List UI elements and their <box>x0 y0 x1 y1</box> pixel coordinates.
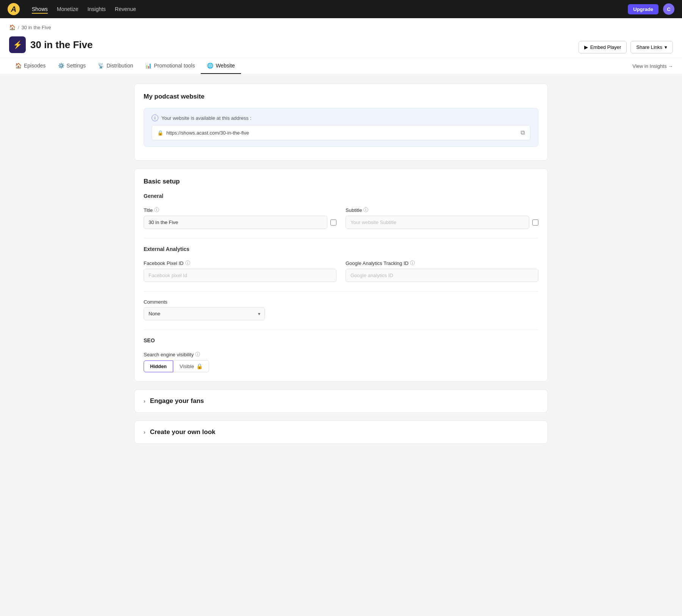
nav-shows[interactable]: Shows <box>32 5 48 14</box>
chevron-right-icon: › <box>144 398 145 404</box>
divider-2 <box>144 291 538 292</box>
podcast-website-card: My podcast website i Your website is ava… <box>134 83 548 161</box>
promotional-icon: 📊 <box>145 63 152 69</box>
seo-label: SEO <box>144 337 538 343</box>
header-actions: ▶ Embed Player Share Links ▾ <box>579 41 673 53</box>
general-section-label: General <box>144 193 538 199</box>
breadcrumb-separator: / <box>18 25 19 30</box>
subtitle-input-row <box>346 216 538 229</box>
nav-monetize[interactable]: Monetize <box>57 5 78 14</box>
search-visibility-help-icon[interactable]: ⓘ <box>195 351 200 358</box>
seo-toggle-row: Hidden Visible 🔒 <box>144 360 538 372</box>
page-header: ⚡ 30 in the Five ▶ Embed Player Share Li… <box>0 33 682 58</box>
tab-episodes[interactable]: 🏠 Episodes <box>9 58 52 74</box>
nav-links: Shows Monetize Insights Revenue <box>32 5 616 14</box>
podcast-website-title: My podcast website <box>144 93 538 100</box>
facebook-pixel-group: Facebook Pixel ID ⓘ <box>144 260 336 282</box>
embed-player-button[interactable]: ▶ Embed Player <box>579 41 627 53</box>
external-analytics-label: External Analytics <box>144 246 538 252</box>
info-icon: i <box>152 114 158 121</box>
visible-toggle-button[interactable]: Visible 🔒 <box>173 360 209 372</box>
nav-insights[interactable]: Insights <box>88 5 106 14</box>
tab-settings[interactable]: ⚙️ Settings <box>52 58 92 74</box>
website-url: https://shows.acast.com/30-in-the-five <box>166 130 249 136</box>
settings-icon: ⚙️ <box>58 63 64 69</box>
subtitle-group: Subtitle ⓘ <box>346 207 538 229</box>
create-look-title: Create your own look <box>150 428 216 436</box>
podcast-website-card-inner: My podcast website i Your website is ava… <box>135 84 547 160</box>
facebook-pixel-input[interactable] <box>144 269 336 282</box>
create-look-card: › Create your own look <box>134 420 548 444</box>
share-links-button[interactable]: Share Links ▾ <box>630 41 673 53</box>
basic-setup-card-inner: Basic setup General Title ⓘ <box>135 169 547 381</box>
search-visibility-label: Search engine visibility ⓘ <box>144 351 538 358</box>
lock-badge: 🔒 <box>196 363 203 369</box>
logo[interactable]: A <box>8 3 20 15</box>
divider-3 <box>144 329 538 330</box>
url-left: 🔒 https://shows.acast.com/30-in-the-five <box>157 130 249 136</box>
episodes-icon: 🏠 <box>15 63 22 69</box>
hidden-toggle-button[interactable]: Hidden <box>144 361 173 372</box>
top-navigation: A Shows Monetize Insights Revenue Upgrad… <box>0 0 682 18</box>
basic-setup-card: Basic setup General Title ⓘ <box>134 168 548 382</box>
google-analytics-help-icon[interactable]: ⓘ <box>410 260 415 266</box>
title-group: Title ⓘ <box>144 207 336 229</box>
comments-select[interactable]: None Disqus Facebook <box>144 307 265 320</box>
create-look-header[interactable]: › Create your own look <box>135 421 547 444</box>
divider-1 <box>144 238 538 238</box>
info-box-header: i Your website is available at this addr… <box>152 114 530 121</box>
title-input-row <box>144 216 336 229</box>
seo-group: Search engine visibility ⓘ Hidden Visibl… <box>144 351 538 372</box>
subtitle-label: Subtitle ⓘ <box>346 207 538 213</box>
engage-fans-title: Engage your fans <box>150 397 204 405</box>
tab-bar: 🏠 Episodes ⚙️ Settings 📡 Distribution 📊 … <box>0 58 682 74</box>
info-text: Your website is available at this addres… <box>161 115 251 121</box>
embed-icon: ▶ <box>584 44 588 50</box>
basic-setup-title: Basic setup <box>144 178 538 185</box>
nav-right: Upgrade C <box>628 3 674 15</box>
engage-fans-header[interactable]: › Engage your fans <box>135 390 547 412</box>
comments-group: Comments None Disqus Facebook ▾ <box>144 299 538 320</box>
breadcrumb-show-name[interactable]: 30 in the Five <box>22 25 51 30</box>
google-analytics-input[interactable] <box>346 269 538 282</box>
facebook-pixel-help-icon[interactable]: ⓘ <box>185 260 190 266</box>
facebook-pixel-label: Facebook Pixel ID ⓘ <box>144 260 336 266</box>
tabs: 🏠 Episodes ⚙️ Settings 📡 Distribution 📊 … <box>9 58 241 74</box>
subtitle-help-icon[interactable]: ⓘ <box>363 207 368 213</box>
title-input[interactable] <box>144 216 327 229</box>
subtitle-checkbox[interactable] <box>532 219 538 226</box>
tab-promotional-tools[interactable]: 📊 Promotional tools <box>139 58 201 74</box>
avatar[interactable]: C <box>663 3 674 15</box>
tab-distribution[interactable]: 📡 Distribution <box>92 58 139 74</box>
upgrade-button[interactable]: Upgrade <box>628 4 659 14</box>
distribution-icon: 📡 <box>98 63 104 69</box>
website-icon: 🌐 <box>207 63 213 69</box>
chevron-down-icon: ▾ <box>665 44 667 50</box>
url-row: 🔒 https://shows.acast.com/30-in-the-five… <box>152 125 530 140</box>
main-content: My podcast website i Your website is ava… <box>125 74 557 461</box>
comments-label: Comments <box>144 299 538 305</box>
chevron-right-icon-2: › <box>144 429 145 435</box>
view-insights-link[interactable]: View in Insights → <box>632 63 673 69</box>
subtitle-input[interactable] <box>346 216 529 229</box>
analytics-row: Facebook Pixel ID ⓘ Google Analytics Tra… <box>144 260 538 282</box>
show-title-row: ⚡ 30 in the Five <box>9 36 93 58</box>
google-analytics-group: Google Analytics Tracking ID ⓘ <box>346 260 538 282</box>
breadcrumb: 🏠 / 30 in the Five <box>0 18 682 33</box>
show-title: 30 in the Five <box>30 39 93 51</box>
nav-revenue[interactable]: Revenue <box>115 5 136 14</box>
google-analytics-label: Google Analytics Tracking ID ⓘ <box>346 260 538 266</box>
show-icon: ⚡ <box>9 36 26 53</box>
lock-icon: 🔒 <box>157 130 163 136</box>
engage-fans-card: › Engage your fans <box>134 389 548 413</box>
comments-select-row: None Disqus Facebook ▾ <box>144 307 265 320</box>
home-icon[interactable]: 🏠 <box>9 24 16 30</box>
copy-icon[interactable]: ⧉ <box>521 129 525 136</box>
tab-website[interactable]: 🌐 Website <box>201 58 241 74</box>
title-help-icon[interactable]: ⓘ <box>154 207 159 213</box>
title-checkbox[interactable] <box>330 219 336 226</box>
title-subtitle-row: Title ⓘ Subtitle ⓘ <box>144 207 538 229</box>
website-info-box: i Your website is available at this addr… <box>144 108 538 147</box>
title-label: Title ⓘ <box>144 207 336 213</box>
